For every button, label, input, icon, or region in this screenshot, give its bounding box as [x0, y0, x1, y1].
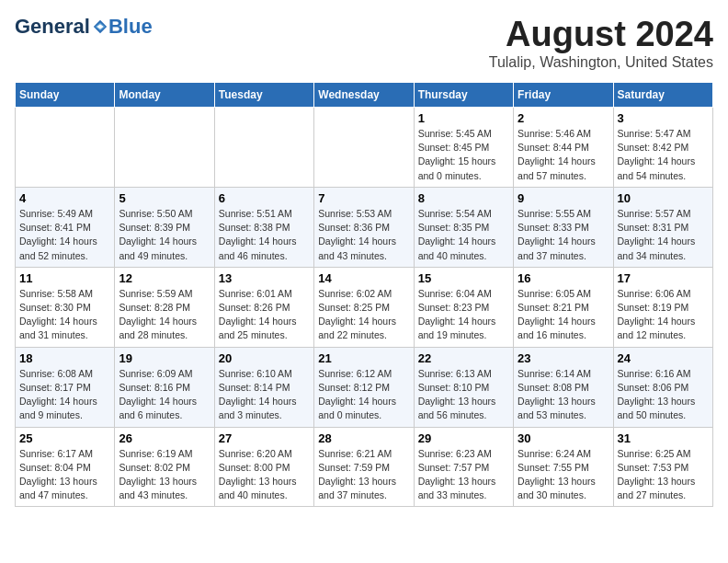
logo: General Blue	[15, 15, 153, 39]
calendar-cell: 5Sunrise: 5:50 AM Sunset: 8:39 PM Daylig…	[115, 187, 214, 267]
calendar-cell: 17Sunrise: 6:06 AM Sunset: 8:19 PM Dayli…	[613, 267, 712, 347]
calendar-cell: 25Sunrise: 6:17 AM Sunset: 8:04 PM Dayli…	[16, 427, 115, 507]
day-number: 26	[119, 431, 210, 445]
title-block: August 2024 Tulalip, Washington, United …	[489, 15, 713, 71]
day-info: Sunrise: 6:23 AM Sunset: 7:57 PM Dayligh…	[418, 447, 509, 503]
day-number: 15	[418, 271, 509, 285]
calendar-cell: 8Sunrise: 5:54 AM Sunset: 8:35 PM Daylig…	[414, 187, 513, 267]
header: General Blue August 2024 Tulalip, Washin…	[15, 15, 713, 71]
day-number: 25	[19, 431, 110, 445]
calendar-cell: 12Sunrise: 5:59 AM Sunset: 8:28 PM Dayli…	[115, 267, 214, 347]
day-number: 14	[318, 271, 409, 285]
calendar-cell: 21Sunrise: 6:12 AM Sunset: 8:12 PM Dayli…	[314, 347, 414, 427]
day-info: Sunrise: 6:08 AM Sunset: 8:17 PM Dayligh…	[19, 367, 110, 423]
day-number: 4	[19, 191, 110, 205]
calendar-cell: 30Sunrise: 6:24 AM Sunset: 7:55 PM Dayli…	[514, 427, 613, 507]
calendar-cell: 24Sunrise: 6:16 AM Sunset: 8:06 PM Dayli…	[613, 347, 712, 427]
calendar-cell: 23Sunrise: 6:14 AM Sunset: 8:08 PM Dayli…	[514, 347, 613, 427]
day-info: Sunrise: 5:55 AM Sunset: 8:33 PM Dayligh…	[518, 207, 609, 263]
day-number: 16	[518, 271, 609, 285]
logo-icon	[92, 18, 108, 35]
day-info: Sunrise: 5:45 AM Sunset: 8:45 PM Dayligh…	[418, 127, 509, 183]
calendar-week-row: 1Sunrise: 5:45 AM Sunset: 8:45 PM Daylig…	[16, 108, 713, 188]
day-info: Sunrise: 6:01 AM Sunset: 8:26 PM Dayligh…	[219, 287, 310, 343]
weekday-header-wednesday: Wednesday	[314, 83, 414, 108]
day-number: 6	[219, 191, 310, 205]
location-title: Tulalip, Washington, United States	[489, 54, 713, 71]
day-info: Sunrise: 6:14 AM Sunset: 8:08 PM Dayligh…	[518, 367, 609, 423]
calendar-cell: 14Sunrise: 6:02 AM Sunset: 8:25 PM Dayli…	[314, 267, 414, 347]
day-number: 10	[618, 191, 709, 205]
day-info: Sunrise: 5:50 AM Sunset: 8:39 PM Dayligh…	[119, 207, 210, 263]
day-info: Sunrise: 6:19 AM Sunset: 8:02 PM Dayligh…	[119, 447, 210, 503]
calendar-cell	[214, 108, 313, 188]
day-number: 21	[318, 351, 409, 365]
day-number: 28	[318, 431, 409, 445]
day-info: Sunrise: 5:58 AM Sunset: 8:30 PM Dayligh…	[19, 287, 110, 343]
day-info: Sunrise: 5:47 AM Sunset: 8:42 PM Dayligh…	[618, 127, 709, 183]
calendar-cell: 13Sunrise: 6:01 AM Sunset: 8:26 PM Dayli…	[214, 267, 313, 347]
day-info: Sunrise: 6:12 AM Sunset: 8:12 PM Dayligh…	[318, 367, 409, 423]
calendar-cell: 31Sunrise: 6:25 AM Sunset: 7:53 PM Dayli…	[613, 427, 712, 507]
day-number: 1	[418, 111, 509, 125]
calendar-cell	[314, 108, 414, 188]
calendar-cell: 29Sunrise: 6:23 AM Sunset: 7:57 PM Dayli…	[414, 427, 513, 507]
day-info: Sunrise: 5:49 AM Sunset: 8:41 PM Dayligh…	[19, 207, 110, 263]
weekday-header-friday: Friday	[514, 83, 613, 108]
calendar-cell: 16Sunrise: 6:05 AM Sunset: 8:21 PM Dayli…	[514, 267, 613, 347]
calendar-table: SundayMondayTuesdayWednesdayThursdayFrid…	[15, 82, 713, 507]
day-number: 12	[119, 271, 210, 285]
calendar-cell: 1Sunrise: 5:45 AM Sunset: 8:45 PM Daylig…	[414, 108, 513, 188]
day-info: Sunrise: 6:16 AM Sunset: 8:06 PM Dayligh…	[618, 367, 709, 423]
day-info: Sunrise: 6:04 AM Sunset: 8:23 PM Dayligh…	[418, 287, 509, 343]
day-info: Sunrise: 6:21 AM Sunset: 7:59 PM Dayligh…	[318, 447, 409, 503]
calendar-cell: 6Sunrise: 5:51 AM Sunset: 8:38 PM Daylig…	[214, 187, 313, 267]
day-info: Sunrise: 6:17 AM Sunset: 8:04 PM Dayligh…	[19, 447, 110, 503]
day-info: Sunrise: 5:46 AM Sunset: 8:44 PM Dayligh…	[518, 127, 609, 183]
day-number: 19	[119, 351, 210, 365]
weekday-header-monday: Monday	[115, 83, 214, 108]
calendar-week-row: 11Sunrise: 5:58 AM Sunset: 8:30 PM Dayli…	[16, 267, 713, 347]
calendar-body: 1Sunrise: 5:45 AM Sunset: 8:45 PM Daylig…	[16, 108, 713, 507]
calendar-cell: 27Sunrise: 6:20 AM Sunset: 8:00 PM Dayli…	[214, 427, 313, 507]
calendar-week-row: 18Sunrise: 6:08 AM Sunset: 8:17 PM Dayli…	[16, 347, 713, 427]
day-number: 13	[219, 271, 310, 285]
day-number: 23	[518, 351, 609, 365]
day-info: Sunrise: 5:53 AM Sunset: 8:36 PM Dayligh…	[318, 207, 409, 263]
day-info: Sunrise: 6:06 AM Sunset: 8:19 PM Dayligh…	[618, 287, 709, 343]
day-info: Sunrise: 6:10 AM Sunset: 8:14 PM Dayligh…	[219, 367, 310, 423]
day-number: 31	[618, 431, 709, 445]
calendar-cell: 10Sunrise: 5:57 AM Sunset: 8:31 PM Dayli…	[613, 187, 712, 267]
calendar-cell: 15Sunrise: 6:04 AM Sunset: 8:23 PM Dayli…	[414, 267, 513, 347]
day-number: 17	[618, 271, 709, 285]
weekday-header-sunday: Sunday	[16, 83, 115, 108]
day-number: 2	[518, 111, 609, 125]
calendar-cell: 19Sunrise: 6:09 AM Sunset: 8:16 PM Dayli…	[115, 347, 214, 427]
calendar-cell: 26Sunrise: 6:19 AM Sunset: 8:02 PM Dayli…	[115, 427, 214, 507]
calendar-week-row: 25Sunrise: 6:17 AM Sunset: 8:04 PM Dayli…	[16, 427, 713, 507]
calendar-week-row: 4Sunrise: 5:49 AM Sunset: 8:41 PM Daylig…	[16, 187, 713, 267]
weekday-header-tuesday: Tuesday	[214, 83, 313, 108]
calendar-cell: 11Sunrise: 5:58 AM Sunset: 8:30 PM Dayli…	[16, 267, 115, 347]
day-number: 20	[219, 351, 310, 365]
calendar-cell	[115, 108, 214, 188]
day-number: 8	[418, 191, 509, 205]
day-number: 18	[19, 351, 110, 365]
month-title: August 2024	[489, 15, 713, 54]
day-number: 22	[418, 351, 509, 365]
day-number: 24	[618, 351, 709, 365]
logo-blue-text: Blue	[108, 15, 153, 39]
day-info: Sunrise: 5:57 AM Sunset: 8:31 PM Dayligh…	[618, 207, 709, 263]
day-number: 9	[518, 191, 609, 205]
day-info: Sunrise: 6:25 AM Sunset: 7:53 PM Dayligh…	[618, 447, 709, 503]
calendar-cell: 18Sunrise: 6:08 AM Sunset: 8:17 PM Dayli…	[16, 347, 115, 427]
day-info: Sunrise: 6:02 AM Sunset: 8:25 PM Dayligh…	[318, 287, 409, 343]
day-number: 30	[518, 431, 609, 445]
day-info: Sunrise: 6:13 AM Sunset: 8:10 PM Dayligh…	[418, 367, 509, 423]
day-info: Sunrise: 6:05 AM Sunset: 8:21 PM Dayligh…	[518, 287, 609, 343]
calendar-cell: 22Sunrise: 6:13 AM Sunset: 8:10 PM Dayli…	[414, 347, 513, 427]
day-info: Sunrise: 6:24 AM Sunset: 7:55 PM Dayligh…	[518, 447, 609, 503]
calendar-cell: 4Sunrise: 5:49 AM Sunset: 8:41 PM Daylig…	[16, 187, 115, 267]
day-number: 11	[19, 271, 110, 285]
day-number: 3	[618, 111, 709, 125]
